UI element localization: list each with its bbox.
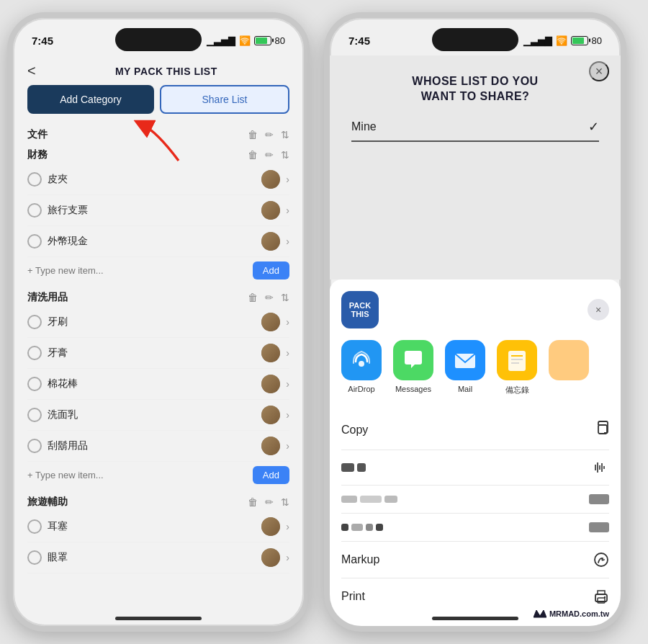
chevron-icon[interactable]: › [286,174,289,185]
item-checkbox[interactable] [27,550,42,565]
time-right: 7:45 [348,35,370,47]
battery-fill-left [256,37,267,44]
edit-icon-toiletries[interactable]: ✏ [265,292,274,303]
item-checkbox[interactable] [27,315,42,329]
mail-icon [445,340,485,380]
item-avatar [261,406,280,424]
share-action-blurred-1[interactable] [341,450,609,486]
reorder-icon-toiletries[interactable]: ⇅ [281,292,289,303]
category-icons-finance[interactable]: 🗑 ✏ ⇅ [248,149,289,161]
list-item[interactable]: 牙刷 › [27,307,289,338]
mine-label: Mine [351,120,377,133]
share-sheet-close-button[interactable]: × [588,299,609,321]
mail-label: Mail [458,385,472,393]
item-avatar [261,313,280,331]
whose-list-option-mine[interactable]: Mine ✓ [351,119,599,142]
reorder-icon-travel[interactable]: ⇅ [281,496,289,508]
add-button-finance[interactable]: Add [253,261,289,279]
item-checkbox[interactable] [27,519,42,534]
item-checkbox[interactable] [27,377,42,391]
category-icons-documents[interactable]: 🗑 ✏ ⇅ [248,129,289,140]
list-item[interactable]: 外幣現金 › [27,226,289,257]
item-checkbox[interactable] [27,172,42,187]
item-avatar [261,232,280,251]
notes-label: 備忘錄 [505,385,529,395]
chevron-icon[interactable]: › [286,378,289,390]
add-item-row-finance: Add [27,257,289,287]
edit-icon-finance[interactable]: ✏ [265,149,274,161]
item-checkbox[interactable] [27,203,42,218]
copy-icon [593,420,609,439]
chevron-icon[interactable]: › [286,521,289,532]
messages-icon [393,340,433,380]
list-item[interactable]: 眼罩 › [27,542,289,573]
dynamic-island-left [115,28,202,51]
share-app-mail[interactable]: Mail [445,340,485,395]
delete-icon-toiletries[interactable]: 🗑 [248,292,258,303]
item-label: 外幣現金 [48,235,256,248]
add-item-row-toiletries: Add [27,462,289,491]
add-item-input-toiletries[interactable] [27,470,247,480]
item-checkbox[interactable] [27,408,42,422]
share-app-more[interactable] [549,340,589,395]
list-item[interactable]: 棉花棒 › [27,369,289,400]
back-button[interactable]: < [27,63,43,79]
delete-icon-travel[interactable]: 🗑 [248,496,258,508]
reorder-icon[interactable]: ⇅ [281,129,289,140]
markup-icon [593,552,609,568]
delete-icon[interactable]: 🗑 [248,129,258,140]
share-action-blurred-2[interactable] [341,486,609,514]
edit-icon-travel[interactable]: ✏ [265,496,274,508]
item-checkbox[interactable] [27,439,42,453]
app-icon-pack-this: PACKTHIS [341,291,379,328]
list-item[interactable]: 皮夾 › [27,164,289,195]
category-finance: 財務 🗑 ✏ ⇅ [27,144,289,164]
add-button-toiletries[interactable]: Add [253,466,289,484]
share-list-button[interactable]: Share List [160,85,289,114]
item-label: 棉花棒 [48,377,256,390]
category-icons-travel-aids[interactable]: 🗑 ✏ ⇅ [248,496,289,508]
print-label: Print [341,590,365,603]
chevron-icon[interactable]: › [286,236,289,247]
list-item[interactable]: 洗面乳 › [27,400,289,431]
share-app-notes[interactable]: 備忘錄 [497,340,537,395]
list-item[interactable]: 耳塞 › [27,511,289,542]
share-apps-row: AirDrop Messages [341,340,609,395]
share-action-copy[interactable]: Copy [341,410,609,450]
item-label: 牙膏 [48,346,256,359]
chevron-icon[interactable]: › [286,347,289,359]
messages-label: Messages [395,385,431,393]
add-category-button[interactable]: Add Category [27,85,154,114]
reorder-icon-finance[interactable]: ⇅ [281,149,289,161]
svg-rect-17 [598,598,605,603]
more-icon [549,340,589,380]
chevron-icon[interactable]: › [286,316,289,328]
delete-icon-finance[interactable]: 🗑 [248,149,258,161]
chevron-icon[interactable]: › [286,440,289,452]
chevron-icon[interactable]: › [286,552,289,563]
edit-icon[interactable]: ✏ [265,129,274,140]
item-avatar [261,517,280,536]
copy-svg [593,420,609,436]
chevron-icon[interactable]: › [286,205,289,216]
list-item[interactable]: 牙膏 › [27,338,289,369]
blur-content-1 [341,463,366,472]
close-whose-list-button[interactable]: × [589,61,609,81]
list-item[interactable]: 旅行支票 › [27,195,289,226]
print-icon [593,589,609,604]
share-app-airdrop[interactable]: AirDrop [341,340,382,395]
add-item-input-finance[interactable] [27,265,247,276]
item-checkbox[interactable] [27,234,42,249]
share-app-messages[interactable]: Messages [393,340,433,395]
category-icons-toiletries[interactable]: 🗑 ✏ ⇅ [248,292,289,303]
share-action-markup[interactable]: Markup [341,542,609,578]
item-label: 旅行支票 [48,204,256,217]
item-checkbox[interactable] [27,346,42,360]
list-item[interactable]: 刮鬍用品 › [27,431,289,462]
mail-svg [452,347,478,373]
share-action-blurred-3[interactable] [341,514,609,542]
item-avatar [261,344,280,362]
whose-list-title: WHOSE LIST DO YOUWANT TO SHARE? [412,74,538,104]
chevron-icon[interactable]: › [286,409,289,421]
category-travel-aids: 旅遊輔助 🗑 ✏ ⇅ [27,491,289,511]
